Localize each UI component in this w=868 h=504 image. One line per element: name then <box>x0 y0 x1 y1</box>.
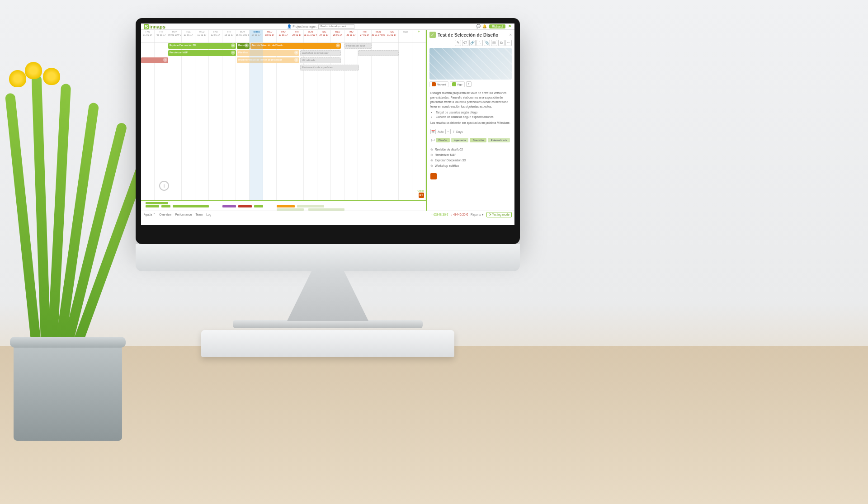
gantt-bar[interactable]: Test de Selección de Diseño+ <box>250 43 341 49</box>
timeline-col[interactable]: MON16-01-17W 3 <box>236 30 250 42</box>
minimap-segment[interactable] <box>308 208 344 211</box>
minimap-segment[interactable] <box>161 205 170 207</box>
minimap-segment[interactable] <box>173 205 209 207</box>
clip-icon[interactable]: 📎 <box>484 40 490 46</box>
bar-add-icon[interactable]: + <box>336 43 340 47</box>
gantt-bar[interactable] <box>358 50 399 56</box>
edit-icon[interactable]: ✎ <box>455 40 461 46</box>
user-button[interactable]: Richard <box>489 24 505 28</box>
footer-nav-item[interactable]: Team <box>195 213 203 216</box>
timeline-col[interactable]: TUE10-01-17 <box>182 30 195 42</box>
flag-icon[interactable]: ⚑ <box>508 24 512 28</box>
link-icon[interactable]: 🔗 <box>469 40 476 46</box>
logo[interactable]: Sinnaps <box>144 24 165 29</box>
close-icon[interactable]: × <box>509 33 512 37</box>
bell-icon[interactable]: 🔔 <box>483 24 487 28</box>
timeline-col[interactable]: THU01-01-17 <box>141 30 155 42</box>
add-assignee-button[interactable]: + <box>466 81 472 87</box>
gantt-bar[interactable]: Workshop de proveedor <box>300 50 341 56</box>
chart-icon[interactable]: ▤ <box>491 40 497 46</box>
footer-nav-item[interactable]: Overview <box>159 213 171 216</box>
header-center: 👤 Project manager: Product development <box>168 24 474 29</box>
gantt-bar[interactable]: Renderizar M&F+ <box>168 50 236 56</box>
comment-area[interactable] <box>427 171 514 182</box>
complete-check[interactable]: ✓ <box>429 32 436 38</box>
timeline-col[interactable]: FRI13-01-17 <box>222 30 236 42</box>
gantt-row: Renderizar M&F+Planifica+Workshop de pro… <box>141 50 426 57</box>
help-button[interactable]: Ayuda ⌃ <box>144 213 156 217</box>
dependency-item[interactable]: ⊖ Revisión de diseño02 <box>430 147 511 152</box>
timeline-col[interactable]: TUE31-01-17 <box>385 30 399 42</box>
minimap-segment[interactable] <box>238 205 252 207</box>
timeline-col[interactable]: MON30-01-17W 5 <box>372 30 385 42</box>
bar-add-icon[interactable]: + <box>231 43 235 47</box>
bar-add-icon[interactable]: + <box>163 58 167 62</box>
dependency-item[interactable]: ⊖ Workshop estético <box>430 163 511 169</box>
chat-icon[interactable]: 💬 <box>476 24 481 28</box>
dependency-item[interactable]: ⊖ Renderizar M&F <box>430 152 511 158</box>
tag[interactable]: Ingeniería <box>451 138 469 142</box>
dependency-item[interactable]: ⊕ Explorar Decoración 3D <box>430 158 511 163</box>
footer-nav-item[interactable]: Log <box>206 213 211 216</box>
bar-add-icon[interactable]: + <box>245 43 249 47</box>
bar-add-icon[interactable]: + <box>294 51 298 55</box>
duration-link-icon[interactable]: ↔ <box>445 129 451 134</box>
copy-icon[interactable]: ⧉ <box>498 40 505 46</box>
gantt-bar[interactable]: Planifica+ <box>237 50 299 56</box>
timeline-body[interactable]: Explorar Decoración 3D+Revisió+Test de S… <box>141 42 426 200</box>
minimap[interactable] <box>141 200 426 211</box>
panel-description: Escoger nuestra propuesta de valor de en… <box>427 89 514 127</box>
minimap-segment[interactable] <box>297 205 324 207</box>
footer-nav-item[interactable]: Performance <box>175 213 192 216</box>
bar-add-icon[interactable]: + <box>231 51 235 55</box>
tag[interactable]: Dirección <box>470 138 486 142</box>
minimap-segment[interactable] <box>222 205 236 207</box>
tag[interactable]: Externalizada <box>488 138 509 142</box>
gantt-bar[interactable]: + <box>141 57 168 63</box>
tags-row: 🏷 DiseñoIngenieríaDirecciónExternalizada <box>427 136 514 144</box>
timeline-col[interactable]: MON23-01-17W 4 <box>304 30 317 42</box>
add-task-button[interactable]: + <box>159 181 169 191</box>
minimap-segment[interactable] <box>146 205 159 207</box>
minimap-segment[interactable] <box>254 205 263 207</box>
more-icon[interactable]: ⋯ <box>505 40 512 46</box>
gantt-bar[interactable]: Revisió+ <box>237 43 250 49</box>
bar-add-icon[interactable]: + <box>294 58 298 62</box>
gantt-bar[interactable]: UX refinada <box>300 57 341 63</box>
online-avatar[interactable]: RS <box>419 193 424 198</box>
gantt-bar[interactable]: Explorar Decoración 3D+ <box>168 43 236 49</box>
minimap-segment[interactable] <box>146 202 168 204</box>
tag[interactable]: Diseño <box>436 138 450 142</box>
timeline-col[interactable]: WED18-01-17 <box>263 30 277 42</box>
minimap-segment[interactable] <box>277 205 295 207</box>
timeline-col[interactable]: TUE24-01-17 <box>317 30 331 42</box>
timeline-col[interactable]: MON09-01-17W 2 <box>168 30 182 42</box>
timeline-col[interactable]: Today17-01-17 <box>250 30 263 42</box>
gantt-bar[interactable]: Implementación de familia de productos+ <box>237 57 299 63</box>
timeline-col[interactable]: WED25-01-17 <box>331 30 344 42</box>
assignee-chip[interactable]: Richard <box>429 81 448 87</box>
monitor-chin <box>136 244 520 271</box>
duration-value: 7 <box>453 130 454 133</box>
reports-link[interactable]: Reports ▾ <box>471 213 484 217</box>
gantt-bar[interactable]: Restauración de superficies <box>300 65 359 71</box>
tags-icon: 🏷 <box>430 138 434 142</box>
minimap-segment[interactable] <box>277 208 304 211</box>
gantt-bar[interactable]: Pruebas de color <box>344 43 372 49</box>
timeline-col[interactable]: WED <box>399 30 412 42</box>
timeline-col[interactable]: FRI06-01-17 <box>155 30 168 42</box>
tag-icon[interactable]: 🏷 <box>462 40 468 46</box>
timeline-col[interactable]: FRI20-01-17 <box>290 30 304 42</box>
timeline-col[interactable]: THU12-01-17 <box>209 30 222 42</box>
tree-icon[interactable]: ⛬ <box>476 40 483 46</box>
testing-mode-badge[interactable]: ⟳ Testing mode <box>486 212 512 217</box>
duration-mode[interactable]: Auto <box>438 130 443 133</box>
timeline-col[interactable]: THU26-01-17 <box>344 30 358 42</box>
add-column-button[interactable]: + <box>412 30 426 42</box>
timeline-col[interactable]: WED11-01-17 <box>195 30 209 42</box>
timeline-col[interactable]: FRI27-01-17 <box>358 30 372 42</box>
timeline-col[interactable]: THU19-01-17 <box>277 30 290 42</box>
assignee-chip[interactable]: Vigo <box>450 81 465 87</box>
calendar-icon[interactable]: 📅 <box>430 129 436 134</box>
project-select[interactable]: Product development <box>318 24 355 29</box>
